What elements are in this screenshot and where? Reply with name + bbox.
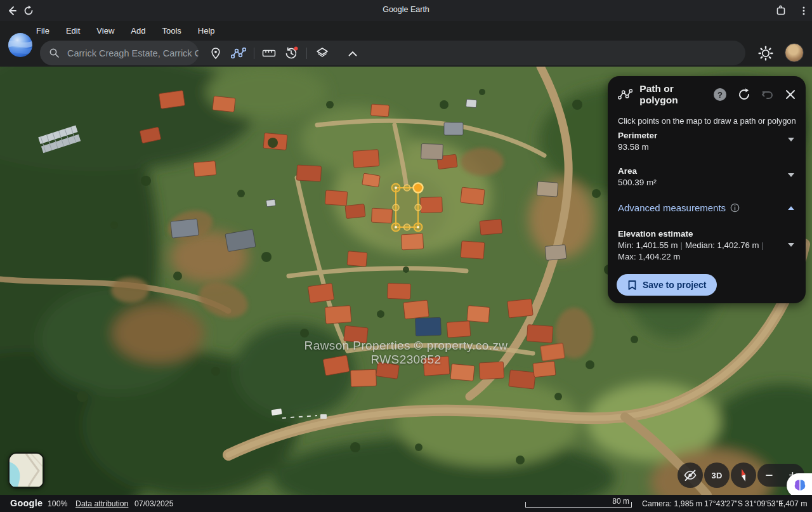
advanced-measurements-toggle[interactable]: Advanced measurements — [618, 202, 740, 213]
historical-imagery-icon[interactable] — [283, 45, 299, 62]
info-icon — [730, 203, 740, 213]
path-polygon-panel: Path or polygon ? Click poin — [608, 76, 806, 303]
panel-hint: Click points on the map to draw a path o… — [618, 116, 799, 126]
kebab-menu-icon[interactable] — [798, 5, 809, 16]
pegman-unavailable-button[interactable] — [678, 463, 703, 488]
undo-icon[interactable] — [761, 88, 775, 102]
account-avatar[interactable] — [785, 43, 804, 62]
menu-help[interactable]: Help — [198, 26, 215, 36]
ruler-icon[interactable] — [261, 45, 277, 62]
eye-off-icon — [683, 468, 697, 482]
area-unit-dropdown[interactable] — [788, 173, 794, 177]
help-icon[interactable]: ? — [712, 87, 728, 102]
elevation-line-2: Max: 1,404.22 m — [618, 252, 680, 261]
google-logo: Google — [10, 498, 43, 508]
search-icon — [49, 48, 60, 58]
menu-edit[interactable]: Edit — [66, 26, 80, 36]
map-style-thumbnail[interactable] — [8, 452, 44, 489]
brain-icon — [793, 478, 807, 492]
panel-header: Path or polygon ? — [618, 86, 797, 103]
compass-needle-icon — [736, 468, 751, 483]
imagery-date: 07/03/2025 — [134, 499, 174, 508]
map-scale-label: 80 m — [612, 497, 629, 506]
elevation-unit-dropdown[interactable] — [788, 243, 794, 247]
google-earth-app: Google Earth File Edit View Add Tools — [0, 0, 812, 512]
bookmark-icon — [627, 280, 637, 291]
restart-icon[interactable] — [737, 88, 751, 102]
panel-title: Path or polygon — [639, 83, 712, 106]
compass-button[interactable] — [731, 463, 756, 488]
browser-tab-title: Google Earth — [0, 5, 812, 14]
perimeter-label: Perimeter — [618, 131, 657, 140]
area-label: Area — [618, 166, 637, 176]
map-scale-bar: 80 m — [525, 502, 632, 508]
elevation-line-1: Min: 1,401.55 m|Median: 1,402.76 m| — [618, 240, 766, 250]
status-bar: Google 100% Data attribution 07/03/2025 … — [0, 495, 812, 512]
zoom-out-button[interactable]: − — [765, 468, 773, 482]
extensions-icon[interactable] — [775, 5, 787, 16]
map-watermark: Rawson Properties © property.co.zw RWS23… — [0, 339, 812, 367]
path-polygon-icon[interactable] — [230, 45, 247, 62]
extension-overlay-button[interactable] — [787, 473, 812, 495]
menu-tools[interactable]: Tools — [162, 26, 181, 36]
active-vertex — [414, 183, 423, 193]
toolbar-divider — [254, 48, 254, 59]
app-header: File Edit View Add Tools Help Carrick Cr… — [0, 21, 812, 67]
collapse-toolbar-icon[interactable] — [344, 45, 361, 62]
toolbar-divider — [306, 48, 307, 59]
data-attribution-link[interactable]: Data attribution — [75, 499, 128, 508]
area-value: 500.39 m² — [618, 178, 657, 187]
location-pin-icon[interactable] — [207, 45, 224, 62]
layers-icon[interactable] — [314, 45, 331, 62]
advanced-collapse-chevron[interactable] — [788, 206, 794, 210]
elevation-label: Elevation estimate — [618, 229, 693, 239]
close-icon[interactable] — [784, 88, 797, 101]
cursor-coordinates: 17°43'27"S 31°09'53"E — [704, 499, 783, 508]
settings-gear-icon[interactable] — [757, 45, 774, 62]
search-placeholder: Carrick Creagh Estate, Carrick C — [67, 48, 199, 58]
svg-text:?: ? — [717, 90, 723, 100]
menu-file[interactable]: File — [36, 26, 49, 36]
menu-add[interactable]: Add — [131, 26, 145, 36]
toggle-3d-button[interactable]: 3D — [704, 463, 730, 488]
save-to-project-button[interactable]: Save to project — [617, 274, 717, 296]
perimeter-unit-dropdown[interactable] — [788, 138, 794, 141]
menu-view[interactable]: View — [96, 26, 114, 36]
path-polygon-icon — [618, 89, 632, 100]
perimeter-value: 93.58 m — [618, 142, 649, 152]
google-earth-logo — [8, 33, 32, 57]
imagery-zoom-level: 100% — [48, 499, 67, 508]
search-input[interactable]: Carrick Creagh Estate, Carrick C — [40, 41, 199, 65]
camera-altitude: Camera: 1,985 m — [642, 499, 702, 508]
browser-titlebar: Google Earth — [0, 0, 812, 21]
cursor-elevation: 1,407 m — [779, 499, 807, 508]
toolbar: Carrick Creagh Estate, Carrick C — [40, 41, 745, 65]
menu-bar: File Edit View Add Tools Help — [36, 26, 215, 36]
